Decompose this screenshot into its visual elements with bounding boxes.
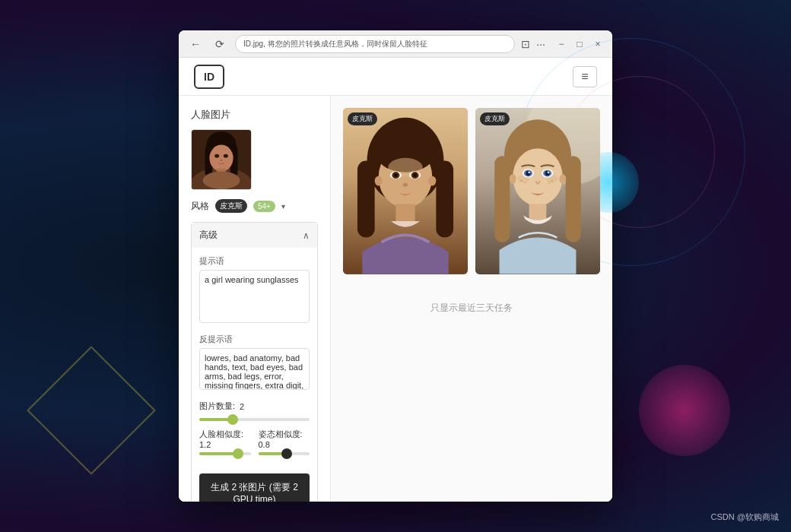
style-name-tag[interactable]: 皮克斯 bbox=[215, 199, 247, 213]
svg-point-53 bbox=[548, 182, 550, 184]
similarity-row: 人脸相似度: 1.2 姿态相似度: bbox=[199, 429, 310, 461]
pose-sim-label-text: 姿态相似度: bbox=[259, 429, 303, 439]
back-button[interactable]: ← bbox=[186, 35, 205, 53]
svg-point-51 bbox=[525, 182, 526, 184]
pose-sim-track bbox=[259, 452, 310, 455]
image-card-1[interactable]: 皮克斯 bbox=[343, 108, 468, 274]
svg-rect-16 bbox=[357, 161, 375, 238]
screenshot-icon[interactable]: ⊡ bbox=[521, 38, 530, 50]
face-sim-label: 人脸相似度: 1.2 bbox=[199, 429, 251, 449]
style-row: 风格 皮克斯 54+ ▾ bbox=[191, 199, 318, 213]
advanced-header[interactable]: 高级 ∧ bbox=[192, 223, 317, 248]
svg-point-52 bbox=[551, 180, 554, 182]
watermark: CSDN @软购商城 bbox=[711, 511, 779, 523]
svg-point-50 bbox=[520, 180, 523, 182]
svg-rect-27 bbox=[396, 204, 415, 223]
face-section-title: 人脸图片 bbox=[191, 108, 318, 122]
svg-point-46 bbox=[548, 171, 550, 173]
browser-titlebar: ← ⟳ ID.jpg, 将您的照片转换成任意风格，同时保留人脸特征 ⊡ ··· … bbox=[179, 30, 612, 58]
app-main: 人脸图片 bbox=[179, 96, 612, 502]
face-sim-label-text: 人脸相似度: bbox=[199, 429, 243, 439]
image-grid: 皮克斯 bbox=[343, 108, 600, 274]
pose-similarity-item: 姿态相似度: 0.8 bbox=[259, 429, 310, 461]
svg-point-24 bbox=[394, 173, 398, 177]
app-logo: ID bbox=[194, 65, 224, 89]
svg-point-11 bbox=[221, 160, 223, 161]
style-dropdown-icon[interactable]: ▾ bbox=[281, 202, 285, 211]
pose-sim-value: 0.8 bbox=[259, 440, 270, 449]
prompt-label: 提示语 bbox=[199, 255, 310, 267]
count-slider-thumb[interactable] bbox=[227, 414, 238, 425]
svg-rect-33 bbox=[494, 156, 510, 242]
face-portrait-svg bbox=[192, 130, 251, 189]
face-sim-value: 1.2 bbox=[199, 440, 211, 449]
generate-button[interactable]: 生成 2 张图片 (需要 2 GPU time) bbox=[199, 473, 310, 502]
girl2-image bbox=[475, 108, 600, 274]
svg-rect-17 bbox=[436, 161, 453, 238]
advanced-section: 高级 ∧ 提示语 a girl wearing sunglasses 反提示语 … bbox=[191, 222, 318, 502]
advanced-title: 高级 bbox=[199, 229, 218, 242]
svg-point-49 bbox=[559, 174, 566, 184]
more-options-button[interactable]: ··· bbox=[536, 38, 545, 50]
count-value: 2 bbox=[240, 402, 244, 411]
advanced-body: 提示语 a girl wearing sunglasses 反提示语 lowre… bbox=[192, 248, 317, 502]
svg-point-44 bbox=[545, 171, 549, 176]
pose-sim-label: 姿态相似度: 0.8 bbox=[259, 429, 310, 449]
svg-point-29 bbox=[428, 176, 436, 186]
prompt-input[interactable]: a girl wearing sunglasses bbox=[199, 270, 310, 323]
count-row: 图片数量: 2 bbox=[199, 401, 310, 412]
count-slider-container bbox=[199, 418, 310, 421]
face-similarity-item: 人脸相似度: 1.2 bbox=[199, 429, 251, 461]
face-sim-thumb[interactable] bbox=[233, 448, 243, 459]
svg-point-9 bbox=[214, 154, 219, 158]
svg-point-26 bbox=[403, 183, 408, 187]
svg-point-25 bbox=[413, 173, 417, 177]
negative-input[interactable]: lowres, bad anatomy, bad hands, text, ba… bbox=[199, 348, 310, 390]
pose-sim-thumb[interactable] bbox=[281, 448, 292, 459]
image-card-2[interactable]: 皮克斯 bbox=[475, 108, 600, 274]
status-text: 只显示最近三天任务 bbox=[343, 287, 600, 330]
count-slider-track bbox=[199, 418, 310, 421]
minimize-button[interactable]: − bbox=[554, 37, 568, 51]
address-text: ID.jpg, 将您的照片转换成任意风格，同时保留人脸特征 bbox=[243, 39, 427, 49]
negative-label: 反提示语 bbox=[199, 334, 310, 345]
girl2-svg bbox=[475, 108, 600, 274]
svg-point-6 bbox=[209, 145, 233, 172]
style-label: 风格 bbox=[191, 200, 209, 213]
left-panel: 人脸图片 bbox=[179, 96, 331, 502]
svg-point-28 bbox=[375, 176, 383, 186]
svg-point-8 bbox=[203, 172, 240, 189]
svg-rect-47 bbox=[529, 204, 547, 221]
svg-point-43 bbox=[526, 171, 530, 176]
address-bar[interactable]: ID.jpg, 将您的照片转换成任意风格，同时保留人脸特征 bbox=[235, 35, 515, 53]
face-sim-track bbox=[199, 452, 251, 455]
right-panel: 皮克斯 bbox=[331, 96, 612, 502]
svg-point-45 bbox=[528, 171, 530, 173]
style-count-badge: 54+ bbox=[253, 201, 275, 212]
girl1-svg bbox=[343, 108, 468, 274]
collapse-icon: ∧ bbox=[303, 230, 310, 241]
face-image-upload[interactable] bbox=[191, 129, 252, 190]
girl1-image bbox=[343, 108, 468, 274]
svg-rect-34 bbox=[566, 156, 581, 242]
svg-point-48 bbox=[510, 174, 516, 184]
count-label: 图片数量: bbox=[199, 401, 235, 412]
svg-point-10 bbox=[224, 154, 228, 158]
browser-actions: ⊡ ··· bbox=[521, 38, 545, 50]
image-badge-2: 皮克斯 bbox=[480, 112, 510, 125]
refresh-button[interactable]: ⟳ bbox=[211, 35, 229, 53]
image-badge-1: 皮克斯 bbox=[348, 112, 377, 125]
app-content: ID ≡ 人脸图片 bbox=[179, 58, 612, 502]
